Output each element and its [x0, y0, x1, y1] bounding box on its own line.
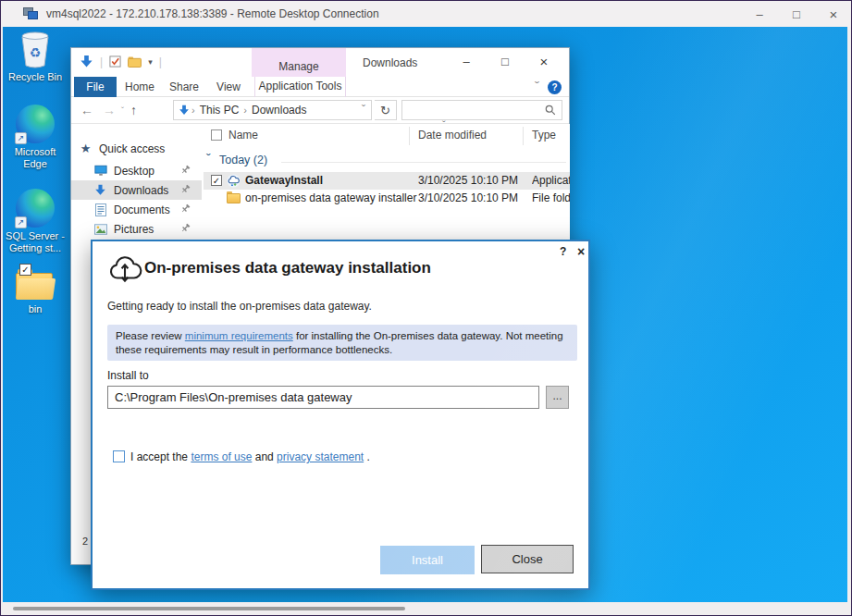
- column-header-name[interactable]: Name: [228, 129, 258, 142]
- tab-application-tools[interactable]: Application Tools: [254, 77, 346, 97]
- refresh-button[interactable]: ↻: [375, 100, 397, 120]
- scrollbar-thumb[interactable]: [13, 607, 405, 610]
- help-icon[interactable]: ?: [548, 80, 562, 94]
- privacy-statement-link[interactable]: privacy statement: [277, 450, 364, 463]
- minimum-requirements-link[interactable]: minimum requirements: [185, 330, 293, 341]
- file-name: on-premises data gateway installer: [245, 191, 416, 204]
- tab-manage[interactable]: Manage: [252, 48, 346, 77]
- tab-home[interactable]: Home: [119, 77, 160, 97]
- file-row-installer-folder[interactable]: on-premises data gateway installer 3/10/…: [204, 190, 570, 207]
- close-button[interactable]: Close: [481, 545, 574, 573]
- quick-access-toolbar: | ▾ |: [80, 55, 162, 68]
- address-bar-row: ← → ˇ ↑ › This PC › Downloads ˇ ↻: [71, 97, 569, 123]
- desktop-icon-recycle-bin[interactable]: ♻ Recycle Bin: [5, 31, 66, 83]
- checked-checkbox-icon: ✓: [19, 264, 31, 276]
- sidebar-item-label: Desktop: [114, 165, 154, 178]
- sidebar-item-desktop[interactable]: Desktop: [71, 161, 202, 180]
- star-icon: ★: [79, 142, 93, 155]
- column-header-date-modified[interactable]: Date modified: [418, 129, 487, 142]
- downloads-icon: [179, 105, 190, 116]
- tab-share[interactable]: Share: [164, 77, 204, 97]
- accept-terms-row: I accept the terms of use and privacy st…: [113, 450, 370, 463]
- sidebar-item-label: Documents: [114, 203, 170, 216]
- accept-terms-text: I accept the terms of use and privacy st…: [130, 450, 370, 463]
- notice-text: Please review: [116, 330, 185, 341]
- row-checkbox-checked[interactable]: ✓: [211, 175, 222, 186]
- properties-checkbox-icon[interactable]: [109, 55, 121, 68]
- address-bar[interactable]: › This PC › Downloads ˇ: [173, 100, 372, 120]
- pin-icon: [180, 184, 191, 197]
- file-name: GatewayInstall: [245, 174, 323, 187]
- rdp-maximize-button[interactable]: □: [790, 7, 803, 21]
- desktop-icon-label: Recycle Bin: [5, 71, 66, 83]
- sidebar-item-quick-access[interactable]: ★ Quick access: [71, 139, 202, 158]
- recent-locations-icon[interactable]: ˇ: [121, 105, 124, 115]
- gateway-cloud-icon: [227, 174, 241, 188]
- remote-desktop: ♻ Recycle Bin ↗ Microsoft Edge ↗ SQL Ser…: [3, 27, 847, 602]
- file-date-modified: 3/10/2025 10:10 PM: [418, 174, 518, 187]
- chevron-down-icon: ˇ: [206, 152, 211, 166]
- file-date-modified: 3/10/2025 10:10 PM: [418, 191, 518, 204]
- forward-button[interactable]: →: [103, 103, 116, 117]
- qat-customize-icon[interactable]: ▾: [148, 57, 153, 67]
- svg-text:♻: ♻: [30, 45, 42, 60]
- ribbon-tabs: File Home Share View Application Tools ˇ…: [71, 77, 569, 97]
- desktop-monitor-icon: [93, 164, 107, 178]
- requirements-notice: Please review minimum requirements for i…: [107, 325, 577, 361]
- explorer-minimize-button[interactable]: –: [447, 48, 486, 76]
- install-button[interactable]: Install: [380, 546, 475, 574]
- dialog-close-icon[interactable]: ×: [577, 244, 585, 259]
- folder-icon: ✓: [16, 269, 55, 301]
- install-path-input[interactable]: [107, 386, 539, 409]
- rdp-horizontal-scrollbar[interactable]: [3, 602, 847, 615]
- downloads-icon: [93, 183, 107, 197]
- rdp-title: vm4sql2022 - 172.210.178.138:3389 - Remo…: [46, 7, 379, 20]
- new-folder-icon[interactable]: [128, 56, 142, 68]
- desktop-icon-label: Microsoft Edge: [5, 146, 66, 170]
- explorer-window-title: Downloads: [363, 56, 417, 69]
- accept-text: I accept the: [130, 450, 191, 463]
- search-icon: [545, 105, 556, 116]
- column-headers: Name ˇ Date modified Type: [204, 127, 570, 146]
- folder-icon: [227, 191, 241, 205]
- sidebar-item-documents[interactable]: Documents: [71, 200, 202, 219]
- tab-view[interactable]: View: [208, 77, 249, 97]
- group-header-today[interactable]: ˇ Today (2): [204, 152, 570, 170]
- ribbon-collapse-icon[interactable]: ˇ: [535, 82, 539, 92]
- accept-terms-checkbox[interactable]: [113, 450, 125, 462]
- divider: [409, 127, 410, 145]
- dialog-help-button[interactable]: ?: [560, 245, 566, 258]
- group-label: Today (2): [219, 154, 267, 166]
- explorer-close-button[interactable]: ×: [525, 48, 563, 76]
- terms-of-use-link[interactable]: terms of use: [191, 450, 252, 463]
- desktop-icon-sql-server[interactable]: ↗ SQL Server - Getting st...: [5, 189, 66, 254]
- search-input[interactable]: [401, 100, 562, 120]
- column-header-type[interactable]: Type: [532, 129, 556, 142]
- select-all-checkbox[interactable]: [211, 129, 222, 141]
- breadcrumb-this-pc[interactable]: This PC: [197, 104, 242, 117]
- up-button[interactable]: ↑: [130, 103, 137, 117]
- sidebar-item-pictures[interactable]: Pictures: [71, 219, 202, 239]
- tab-file[interactable]: File: [74, 77, 117, 97]
- breadcrumb-downloads[interactable]: Downloads: [249, 104, 309, 117]
- file-row-gatewayinstall[interactable]: ✓ GatewayInstall 3/10/2025 10:10 PM Appl…: [204, 172, 570, 190]
- dialog-subtitle: Getting ready to install the on-premises…: [107, 300, 372, 313]
- sidebar-item-label: Downloads: [114, 184, 168, 197]
- desktop-icon-bin-folder[interactable]: ✓ bin: [5, 269, 66, 315]
- install-to-label: Install to: [107, 369, 149, 382]
- explorer-maximize-button[interactable]: □: [486, 48, 525, 76]
- rdp-close-button[interactable]: ×: [827, 6, 840, 22]
- browse-button[interactable]: ...: [546, 386, 569, 409]
- back-button[interactable]: ←: [80, 103, 93, 117]
- rdp-minimize-button[interactable]: –: [753, 7, 766, 21]
- file-type: File folder: [532, 191, 570, 204]
- divider: |: [100, 55, 103, 68]
- sidebar-item-downloads[interactable]: Downloads: [71, 180, 202, 200]
- rdp-titlebar: vm4sql2022 - 172.210.178.138:3389 - Remo…: [1, 1, 851, 27]
- desktop-icon-microsoft-edge[interactable]: ↗ Microsoft Edge: [5, 105, 66, 170]
- accept-text: .: [364, 450, 370, 463]
- desktop-icon-label: SQL Server - Getting st...: [5, 230, 66, 254]
- pin-icon: [180, 165, 191, 178]
- address-dropdown-icon[interactable]: ˇ: [362, 106, 365, 114]
- picture-icon: [93, 222, 107, 236]
